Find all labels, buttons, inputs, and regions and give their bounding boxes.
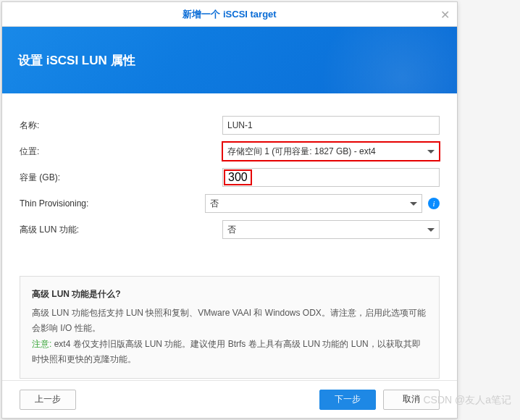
next-button[interactable]: 下一步 [319, 390, 376, 410]
info-note: 注意: ext4 卷仅支持旧版高级 LUN 功能。建议使用 Btrfs 卷上具有… [32, 337, 427, 368]
cancel-button[interactable]: 取消 [383, 390, 440, 410]
thin-label: Thin Provisioning: [20, 198, 205, 209]
row-location: 位置: 存储空间 1 (可用容量: 1827 GB) - ext4 [20, 138, 440, 164]
row-capacity: 容量 (GB): 300 [20, 164, 440, 190]
info-box: 高级 LUN 功能是什么? 高级 LUN 功能包括支持 LUN 快照和复制、VM… [20, 276, 440, 379]
info-note-label: 注意: [32, 339, 51, 349]
banner-title: 设置 iSCSI LUN 属性 [18, 52, 135, 69]
name-input[interactable] [222, 116, 440, 135]
dialog-window: 新增一个 iSCSI target ✕ 设置 iSCSI LUN 属性 名称: … [1, 1, 458, 419]
row-name: 名称: [20, 112, 440, 138]
info-body: 高级 LUN 功能包括支持 LUN 快照和复制、VMware VAAI 和 Wi… [32, 306, 427, 337]
banner: 设置 iSCSI LUN 属性 [2, 27, 457, 93]
adv-value: 否 [227, 224, 236, 236]
chevron-down-icon [410, 202, 417, 206]
name-label: 名称: [20, 119, 222, 132]
location-label: 位置: [20, 146, 222, 158]
capacity-label: 容量 (GB): [20, 172, 222, 184]
close-icon[interactable]: ✕ [440, 8, 450, 22]
back-button[interactable]: 上一步 [20, 390, 76, 410]
dialog-header: 新增一个 iSCSI target ✕ [2, 2, 457, 27]
adv-dropdown[interactable]: 否 [222, 220, 440, 239]
thin-value: 否 [210, 198, 219, 210]
adv-label: 高级 LUN 功能: [20, 224, 222, 236]
info-question: 高级 LUN 功能是什么? [32, 287, 427, 303]
row-thin: Thin Provisioning: 否 i [20, 190, 440, 217]
thin-dropdown[interactable]: 否 [205, 194, 422, 213]
form-area: 名称: 位置: 存储空间 1 (可用容量: 1827 GB) - ext4 容量… [2, 93, 457, 251]
info-note-body: ext4 卷仅支持旧版高级 LUN 功能。建议使用 Btrfs 卷上具有高级 L… [32, 339, 421, 365]
dialog-footer: 上一步 下一步 取消 [2, 380, 457, 418]
info-icon[interactable]: i [428, 198, 440, 209]
chevron-down-icon [427, 150, 435, 154]
capacity-value: 300 [224, 169, 252, 185]
chevron-down-icon [427, 228, 435, 232]
dialog-title: 新增一个 iSCSI target [183, 8, 276, 21]
capacity-input-wrap[interactable]: 300 [222, 168, 440, 187]
location-value: 存储空间 1 (可用容量: 1827 GB) - ext4 [227, 146, 376, 158]
row-adv: 高级 LUN 功能: 否 [20, 217, 440, 243]
location-dropdown[interactable]: 存储空间 1 (可用容量: 1827 GB) - ext4 [222, 142, 440, 161]
